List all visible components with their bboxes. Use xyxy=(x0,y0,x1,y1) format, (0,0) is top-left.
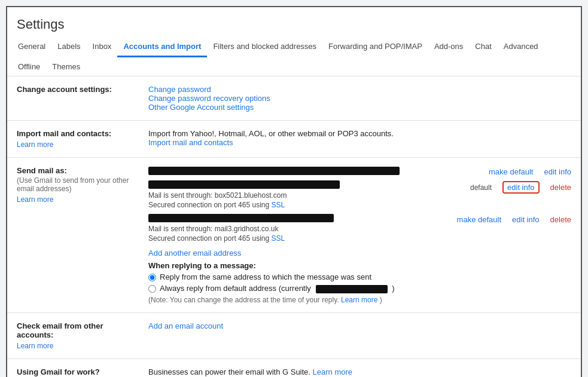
gmail-work-label: Using Gmail for work? xyxy=(17,367,148,376)
send-as-entry-1-main xyxy=(148,166,483,176)
send-as-actions-2: default edit info delete xyxy=(470,180,571,194)
gmail-work-row: Using Gmail for work? Businesses can pow… xyxy=(7,359,581,377)
import-mail-row: Import mail and contacts: Learn more Imp… xyxy=(7,121,581,158)
delete-link-3[interactable]: delete xyxy=(550,215,571,224)
tab-addons[interactable]: Add-ons xyxy=(428,37,469,57)
change-account-label: Change account settings: xyxy=(17,85,148,112)
gsuite-learn-more-link[interactable]: Learn more xyxy=(313,367,352,376)
secured-2: Secured connection on port 465 using SSL xyxy=(148,201,464,209)
make-default-link-1[interactable]: make default xyxy=(489,167,533,176)
reply-option-2: Always reply from default address (curre… xyxy=(148,284,571,293)
import-description: Import from Yahoo!, Hotmail, AOL, or oth… xyxy=(148,129,571,138)
change-password-link[interactable]: Change password xyxy=(148,85,211,94)
change-recovery-link[interactable]: Change password recovery options xyxy=(148,94,270,103)
send-mail-label: Send mail as: (Use Gmail to send from yo… xyxy=(17,166,148,304)
ssl-link-3[interactable]: SSL xyxy=(272,234,285,243)
send-as-actions-3: make default edit info delete xyxy=(457,214,571,224)
change-account-content: Change password Change password recovery… xyxy=(148,85,571,112)
import-learn-more-link[interactable]: Learn more xyxy=(17,140,53,149)
delete-link-2[interactable]: delete xyxy=(550,183,571,192)
check-email-label: Check email from other accounts: Learn m… xyxy=(17,321,148,350)
edit-info-redbox-button[interactable]: edit info xyxy=(502,181,540,194)
send-mail-content: make default edit info Mail is sent thro… xyxy=(148,166,571,304)
gmail-work-content: Businesses can power their email with G … xyxy=(148,367,571,376)
mail-through-2: Mail is sent through: box5021.bluehost.c… xyxy=(148,191,464,200)
check-email-learn-more-link[interactable]: Learn more xyxy=(17,342,53,350)
settings-window: Settings General Labels Inbox Accounts a… xyxy=(6,6,582,377)
check-email-row: Check email from other accounts: Learn m… xyxy=(7,313,581,359)
send-as-entry-3-main: Mail is sent through: mail3.gridhost.co.… xyxy=(148,214,451,243)
make-default-link-3[interactable]: make default xyxy=(457,215,501,224)
reply-option-1: Reply from the same address to which the… xyxy=(148,272,571,281)
tab-advanced[interactable]: Advanced xyxy=(498,37,544,57)
send-mail-learn-more-link[interactable]: Learn more xyxy=(17,195,53,204)
reply-note: (Note: You can change the address at the… xyxy=(148,296,571,304)
tab-chat[interactable]: Chat xyxy=(469,37,497,57)
add-email-account-link[interactable]: Add an email account xyxy=(148,321,223,330)
settings-body: Change account settings: Change password… xyxy=(7,76,581,377)
other-google-link[interactable]: Other Google Account settings xyxy=(148,103,254,112)
send-mail-row: Send mail as: (Use Gmail to send from yo… xyxy=(7,158,581,313)
send-as-entry-1: make default edit info xyxy=(148,166,571,176)
reply-label: When replying to a message: xyxy=(148,261,571,270)
edit-info-link-1[interactable]: edit info xyxy=(544,167,571,176)
secured-3: Secured connection on port 465 using SSL xyxy=(148,234,451,243)
tab-labels[interactable]: Labels xyxy=(51,37,86,57)
mail-through-3: Mail is sent through: mail3.gridhost.co.… xyxy=(148,225,451,233)
reply-learn-more-link[interactable]: Learn more xyxy=(341,296,377,304)
tab-general[interactable]: General xyxy=(12,37,51,57)
send-as-entry-3: Mail is sent through: mail3.gridhost.co.… xyxy=(148,214,571,243)
change-account-row: Change account settings: Change password… xyxy=(7,76,581,121)
tab-inbox[interactable]: Inbox xyxy=(87,37,118,57)
reply-radio-1[interactable] xyxy=(148,274,156,281)
edit-info-link-3[interactable]: edit info xyxy=(512,215,540,224)
import-action-link[interactable]: Import mail and contacts xyxy=(148,138,233,147)
tab-themes[interactable]: Themes xyxy=(46,57,86,76)
ssl-link-2[interactable]: SSL xyxy=(272,201,285,209)
default-badge-2: default xyxy=(470,183,492,192)
check-email-content: Add an email account xyxy=(148,321,571,350)
tab-filters[interactable]: Filters and blocked addresses xyxy=(207,37,322,57)
redacted-email-3 xyxy=(148,214,334,222)
redacted-email-2 xyxy=(148,180,340,189)
import-mail-label: Import mail and contacts: Learn more xyxy=(17,129,148,149)
redacted-default-address xyxy=(316,285,388,293)
send-as-entry-2-main: Mail is sent through: box5021.bluehost.c… xyxy=(148,180,464,209)
send-as-entry-2: Mail is sent through: box5021.bluehost.c… xyxy=(148,180,571,209)
page-title: Settings xyxy=(7,7,581,37)
tab-accounts-import[interactable]: Accounts and Import xyxy=(117,37,207,57)
nav-tabs: General Labels Inbox Accounts and Import… xyxy=(7,37,581,76)
send-as-actions-1: make default edit info xyxy=(489,166,571,176)
reply-radio-2[interactable] xyxy=(148,285,156,293)
reply-options-group: When replying to a message: Reply from t… xyxy=(148,261,571,304)
tab-offline[interactable]: Offline xyxy=(12,57,46,76)
import-mail-content: Import from Yahoo!, Hotmail, AOL, or oth… xyxy=(148,129,571,149)
tab-forwarding[interactable]: Forwarding and POP/IMAP xyxy=(322,37,428,57)
add-another-email-link[interactable]: Add another email address xyxy=(148,249,241,258)
redacted-email-1 xyxy=(148,167,400,175)
